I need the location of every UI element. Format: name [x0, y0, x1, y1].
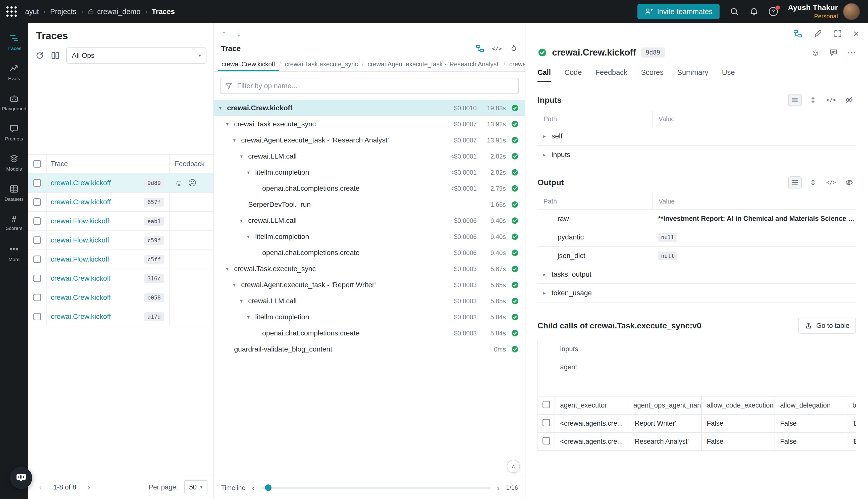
chevron-down-icon[interactable]: ▾ [226, 121, 234, 127]
trace-id-badge[interactable]: 316c [144, 274, 164, 283]
trace-op-link[interactable]: crewai.Flow.kickoff [51, 217, 109, 225]
breadcrumb-item[interactable]: Traces [152, 8, 175, 16]
row-checkbox[interactable] [34, 198, 41, 206]
trace-row[interactable]: crewai.Crew.kickoff 657f [28, 193, 213, 212]
kv-row[interactable]: ▸token_usage [537, 284, 856, 303]
chevron-down-icon[interactable]: ▾ [233, 137, 241, 143]
frown-feedback-icon[interactable]: ☹ [188, 178, 196, 188]
smiley-feedback-icon[interactable]: ☺ [175, 179, 183, 188]
chevron-down-icon[interactable]: ▾ [240, 153, 248, 159]
row-checkbox[interactable] [34, 275, 41, 282]
code-view-icon[interactable]: </> [824, 177, 838, 188]
trace-op-link[interactable]: crewai.Crew.kickoff [51, 313, 111, 320]
column-header[interactable]: agent_executor [555, 396, 628, 414]
trace-row[interactable]: crewai.Crew.kickoff a17d [28, 307, 213, 326]
breadcrumb-item[interactable]: Projects [50, 8, 77, 16]
timeline-prev-icon[interactable]: ‹ [252, 483, 255, 493]
child-call-row[interactable]: <crewai.agents.cre...'Report Writer'Fals… [538, 414, 856, 433]
trace-tree-node[interactable]: openai.chat.completions.create $0.0003 5… [214, 325, 525, 341]
column-header-feedback[interactable]: Feedback [169, 155, 213, 173]
trace-path-tab[interactable]: crewai.Agent.execute_task - 'Research An… [364, 57, 503, 71]
timeline-slider[interactable] [261, 487, 490, 489]
trace-op-link[interactable]: crewai.Flow.kickoff [51, 236, 109, 244]
chevron-down-icon[interactable]: ▾ [233, 282, 241, 288]
chevron-right-icon[interactable]: ▸ [537, 152, 551, 158]
chevron-down-icon[interactable]: ▾ [240, 298, 248, 304]
refresh-icon[interactable] [35, 51, 44, 60]
trace-tree-node[interactable]: ▾ litellm.completion <$0.0001 2.82s [214, 164, 525, 180]
trace-id-badge[interactable]: eab1 [144, 217, 164, 226]
flame-view-icon[interactable] [509, 44, 518, 53]
trace-id-badge[interactable]: c59f [144, 236, 164, 245]
avatar[interactable] [843, 3, 860, 20]
trace-tree-node[interactable]: openai.chat.completions.create <$0.0001 … [214, 180, 525, 196]
hide-values-icon[interactable] [842, 177, 856, 188]
code-view-icon[interactable]: </> [492, 46, 502, 52]
sidebar-item-more[interactable]: More [0, 238, 28, 268]
trace-tree-node[interactable]: ▾ crewai.Agent.execute_task - 'Research … [214, 132, 525, 148]
trace-row[interactable]: crewai.Crew.kickoff e058 [28, 288, 213, 307]
chevron-down-icon[interactable]: ▾ [226, 266, 234, 272]
trace-id-badge[interactable]: c5ff [144, 255, 164, 264]
trace-tree-node[interactable]: ▾ crewai.Agent.execute_task - 'Report Wr… [214, 277, 525, 293]
invite-teammates-button[interactable]: Invite teammates [637, 4, 720, 19]
chevron-down-icon[interactable]: ▾ [247, 169, 255, 175]
column-header[interactable]: agent_ops_agent_nan [628, 396, 702, 414]
trace-tree-node[interactable]: openai.chat.completions.create $0.0006 9… [214, 245, 525, 261]
code-view-icon[interactable]: </> [824, 94, 838, 106]
overflow-menu-icon[interactable]: ⋯ [847, 48, 856, 58]
next-call-icon[interactable]: ↓ [237, 29, 241, 38]
trace-tree-node[interactable]: ▾ crewai.Task.execute_sync $0.0003 5.87s [214, 261, 525, 277]
split-panel-icon[interactable] [793, 29, 802, 38]
row-checkbox[interactable] [34, 256, 41, 263]
tab-code[interactable]: Code [565, 63, 582, 82]
tab-scores[interactable]: Scores [641, 63, 664, 82]
select-all-checkbox[interactable] [543, 401, 550, 408]
sidebar-item-evals[interactable]: Evals [0, 57, 28, 87]
add-reaction-icon[interactable]: ☺ [811, 48, 820, 58]
trace-tree-node[interactable]: ▾ crewai.LLM.call <$0.0001 2.82s [214, 148, 525, 164]
expand-values-icon[interactable] [806, 94, 820, 106]
tab-use[interactable]: Use [722, 63, 735, 82]
trace-row[interactable]: crewai.Crew.kickoff 9d89 ☺☹ [28, 174, 213, 193]
op-filter-input[interactable] [236, 82, 514, 90]
chevron-right-icon[interactable]: ▸ [537, 290, 551, 296]
row-checkbox[interactable] [34, 179, 41, 187]
trace-id-badge[interactable]: 657f [144, 198, 164, 207]
column-header[interactable]: allow_code_execution [702, 396, 775, 414]
sidebar-item-datasets[interactable]: Datasets [0, 178, 28, 208]
kv-row[interactable]: ▸self [537, 127, 856, 146]
prev-call-icon[interactable]: ↑ [222, 29, 226, 38]
column-header[interactable]: allow_delegation [775, 396, 847, 414]
trace-row[interactable]: crewai.Flow.kickoff eab1 [28, 212, 213, 231]
trace-tree-node[interactable]: ▾ litellm.completion $0.0006 9.40s [214, 229, 525, 245]
collapse-timeline-button[interactable]: ∧ [507, 460, 520, 473]
timeline-slider-handle[interactable] [265, 484, 272, 491]
breadcrumb-item[interactable]: ayut [25, 8, 39, 16]
trace-op-link[interactable]: crewai.Crew.kickoff [51, 275, 111, 282]
ops-filter-select[interactable]: All Ops ▾ [66, 48, 207, 63]
trace-path-tab[interactable]: crewai.Crew.kickoff [218, 57, 279, 71]
per-page-select[interactable]: 50 ▾ [184, 480, 208, 494]
wandb-logo[interactable] [5, 5, 18, 18]
column-settings-icon[interactable] [51, 51, 60, 60]
trace-tree-node[interactable]: guardrail-validate_blog_content 0ms [214, 341, 525, 357]
trace-tree-node[interactable]: SerperDevTool._run 1.66s [214, 196, 525, 212]
sidebar-item-prompts[interactable]: Prompts [0, 118, 28, 148]
chat-bubble-button[interactable] [10, 467, 32, 489]
fullscreen-icon[interactable] [833, 29, 842, 38]
trace-row[interactable]: crewai.Crew.kickoff 316c [28, 269, 213, 288]
breadcrumb-item[interactable]: crewai_demo [88, 8, 140, 16]
sidebar-item-scorers[interactable]: #Scorers [0, 208, 28, 238]
sidebar-item-traces[interactable]: Traces [0, 27, 28, 57]
trace-row[interactable]: crewai.Flow.kickoff c59f [28, 231, 213, 250]
column-header-trace[interactable]: Trace [46, 155, 169, 173]
notifications-icon[interactable] [749, 7, 759, 16]
close-icon[interactable]: × [853, 28, 859, 39]
trace-path-tab[interactable]: crewai.Task.execute_sync [281, 57, 361, 71]
trace-op-link[interactable]: crewai.Crew.kickoff [51, 198, 111, 206]
trace-row[interactable]: crewai.Flow.kickoff c5ff [28, 250, 213, 269]
row-checkbox[interactable] [543, 419, 550, 426]
tab-call[interactable]: Call [537, 63, 551, 82]
chevron-down-icon[interactable]: ▾ [219, 105, 227, 111]
